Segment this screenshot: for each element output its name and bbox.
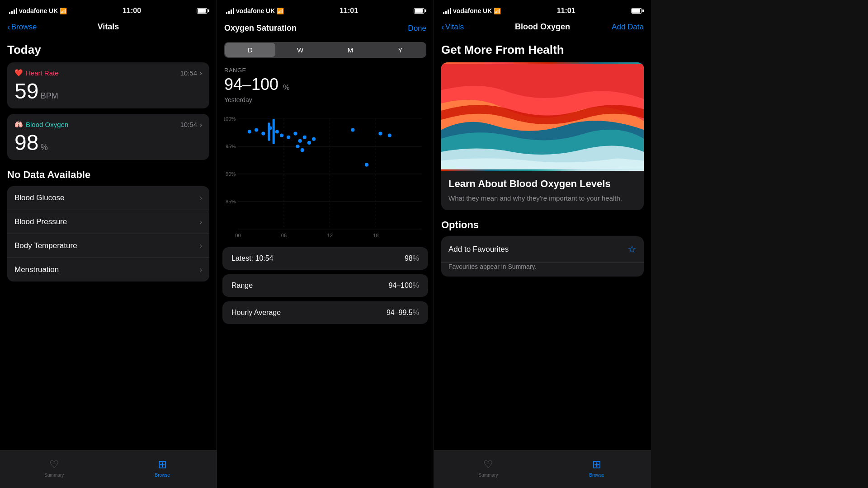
list-item-blood-pressure[interactable]: Blood Pressure › (7, 210, 209, 234)
panel-vitals: vodafone UK 📶 11:00 ‹ Browse Vitals Toda… (0, 0, 217, 488)
no-data-title: No Data Available (7, 169, 209, 181)
blood-oxygen-unit: % (41, 143, 48, 152)
back-arrow-3: ‹ (441, 22, 444, 32)
tab-browse-3[interactable]: ⊞ Browse (542, 458, 651, 478)
heart-rate-unit: BPM (41, 91, 58, 100)
back-button-3[interactable]: ‹ Vitals (441, 22, 464, 32)
oxygen-icon: 🫁 (14, 120, 23, 128)
time-2: 11:01 (340, 7, 358, 15)
wifi-icon-3: 📶 (494, 8, 501, 14)
heart-rate-meta: 10:54 › (180, 69, 202, 77)
time-btn-y[interactable]: Y (375, 43, 425, 57)
promo-card[interactable]: Learn About Blood Oxygen Levels What the… (441, 62, 644, 210)
today-title: Today (7, 43, 209, 57)
list-item-blood-glucose[interactable]: Blood Glucose › (7, 186, 209, 210)
summary-label-3: Summary (479, 473, 498, 478)
svg-point-28 (307, 141, 311, 144)
svg-point-25 (293, 131, 297, 135)
heart-rate-label: ❤️ Heart Rate (14, 69, 59, 77)
promo-svg (441, 62, 644, 171)
heart-rate-value: 59 (14, 79, 38, 103)
back-button-1[interactable]: ‹ Browse (7, 22, 37, 32)
blood-oxygen-card[interactable]: 🫁 Blood Oxygen 10:54 › 98 % (7, 114, 209, 160)
svg-point-35 (365, 163, 368, 166)
stat-latest-value: 98% (405, 254, 419, 263)
blood-pressure-chevron: › (200, 218, 202, 226)
chart-area: RANGE 94–100 % Yesterday 100% 95 (222, 63, 428, 247)
body-temp-label: Body Temperature (14, 241, 77, 250)
blood-oxygen-title: Blood Oxygen (26, 121, 68, 128)
list-item-menstruation[interactable]: Menstruation › (7, 258, 209, 282)
stat-range: Range 94–100% (222, 274, 428, 297)
svg-point-32 (351, 128, 354, 131)
stat-range-label: Range (231, 282, 253, 290)
panel-oxygen-chart: vodafone UK 📶 11:01 Oxygen Saturation Do… (217, 0, 434, 488)
back-label-1: Browse (11, 23, 37, 32)
time-btn-d[interactable]: D (225, 43, 275, 57)
page-title-1: Vitals (98, 22, 119, 32)
tab-bar-1: ♡ Summary ⊞ Browse (0, 450, 217, 488)
battery-area-2 (414, 8, 425, 14)
blood-pressure-label: Blood Pressure (14, 217, 67, 226)
done-button[interactable]: Done (408, 24, 426, 33)
svg-rect-17 (273, 119, 275, 144)
range-label: RANGE (224, 67, 426, 74)
svg-text:00: 00 (235, 233, 241, 238)
blood-glucose-label: Blood Glucose (14, 193, 65, 202)
body-temp-chevron: › (200, 242, 202, 250)
svg-text:06: 06 (281, 233, 287, 238)
tab-summary-1[interactable]: ♡ Summary (0, 458, 108, 478)
heart-icon: ❤️ (14, 69, 23, 77)
summary-icon-3: ♡ (483, 458, 493, 471)
svg-point-29 (312, 137, 316, 141)
svg-text:12: 12 (327, 233, 332, 238)
heart-rate-value-row: 59 BPM (14, 80, 202, 102)
signal-icon-3 (443, 8, 451, 14)
stat-latest-label: Latest: 10:54 (231, 254, 274, 263)
blood-oxygen-chevron: › (200, 121, 202, 128)
list-item-body-temp[interactable]: Body Temperature › (7, 234, 209, 258)
range-unit: % (283, 84, 289, 91)
battery-icon-1 (197, 8, 208, 14)
carrier-info-1: vodafone UK 📶 (9, 7, 67, 14)
svg-point-33 (378, 131, 382, 135)
time-btn-w[interactable]: W (275, 43, 326, 57)
chart-title: Oxygen Saturation (224, 23, 297, 33)
add-data-button[interactable]: Add Data (612, 23, 644, 32)
stat-range-value: 94–100% (388, 282, 419, 290)
browse-icon-1: ⊞ (158, 458, 167, 471)
svg-text:90%: 90% (226, 171, 236, 177)
battery-area-1 (197, 8, 208, 14)
svg-point-19 (255, 128, 258, 131)
tab-browse-1[interactable]: ⊞ Browse (108, 458, 217, 478)
time-3: 11:01 (557, 7, 576, 15)
stat-hourly: Hourly Average 94–99.5% (222, 301, 428, 324)
heart-rate-card[interactable]: ❤️ Heart Rate 10:54 › 59 BPM (7, 62, 209, 108)
time-btn-m[interactable]: M (326, 43, 376, 57)
content-2: D W M Y RANGE 94–100 % Yesterday (217, 37, 434, 488)
carrier-label-3: vodafone UK (453, 7, 492, 14)
heart-rate-header: ❤️ Heart Rate 10:54 › (14, 69, 202, 77)
svg-point-24 (287, 135, 290, 139)
blood-oxygen-value-row: 98 % (14, 132, 202, 154)
browse-label-1: Browse (155, 473, 170, 478)
tab-summary-3[interactable]: ♡ Summary (434, 458, 542, 478)
menstruation-label: Menstruation (14, 265, 59, 274)
wifi-icon-2: 📶 (277, 8, 284, 14)
promo-desc: What they mean and why they're important… (448, 193, 637, 203)
no-data-list: Blood Glucose › Blood Pressure › Body Te… (7, 186, 209, 282)
period-label: Yesterday (224, 96, 426, 103)
star-icon[interactable]: ☆ (627, 244, 637, 255)
heart-rate-time: 10:54 (180, 69, 197, 77)
add-to-favourites-item[interactable]: Add to Favourites ☆ (441, 236, 644, 263)
carrier-info-2: vodafone UK 📶 (226, 7, 284, 14)
battery-icon-3 (631, 8, 642, 14)
stat-latest: Latest: 10:54 98% (222, 247, 428, 270)
carrier-label-2: vodafone UK (236, 7, 275, 14)
blood-oxygen-value: 98 (14, 131, 38, 155)
svg-point-31 (301, 148, 304, 152)
carrier-info-3: vodafone UK 📶 (443, 7, 501, 14)
svg-rect-16 (268, 122, 270, 141)
tab-bar-3: ♡ Summary ⊞ Browse (434, 450, 651, 488)
stat-hourly-label: Hourly Average (231, 309, 281, 317)
